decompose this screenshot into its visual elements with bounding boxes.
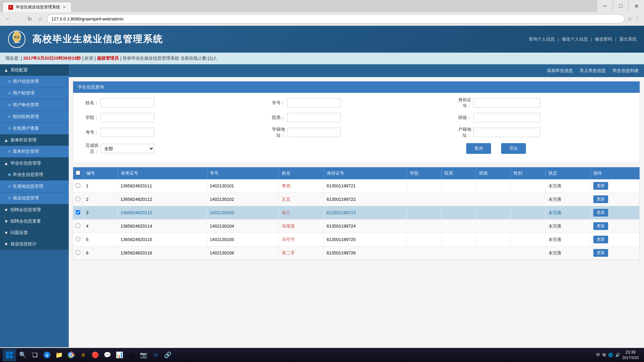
sidebar-item-online-users[interactable]: 在线用户查看 [0,123,69,134]
sidebar-section-graduate-info[interactable]: ▲ 毕业生信息管理 [0,158,69,169]
row-name[interactable]: 马瑶瑶 [279,220,324,233]
row-name[interactable]: 李四 [279,179,324,193]
row-checkbox[interactable] [76,210,80,215]
input-dept[interactable] [287,113,341,122]
row-name[interactable]: 王五 [279,193,324,206]
update-button[interactable]: 更新 [593,195,608,203]
name-link[interactable]: 宋二手 [282,250,295,255]
taskbar-app1[interactable]: ⚙ [78,350,89,360]
tray-lang[interactable]: 中 [596,352,600,358]
home-button[interactable]: ⌂ [36,15,44,23]
row-status: 未完善 [545,220,590,233]
bookmark-icon[interactable]: ☆ [627,16,632,22]
taskbar-time[interactable]: 23:39 2017/3/20 [622,350,639,360]
table-row: 2 1365824620112 1402130102 王五 6135011997… [73,193,640,206]
sidebar-item-label: 用户角色管理 [13,102,39,108]
input-student-no[interactable] [287,98,341,108]
nav-edit-personal[interactable]: 修改个人信息 [562,37,588,42]
taskbar-chrome-icon[interactable] [66,350,76,360]
update-button[interactable]: 更新 [593,222,608,230]
update-button[interactable]: 更新 [593,236,608,243]
sidebar-item-origin-mgmt[interactable]: 生源地信息管理 [0,181,69,192]
update-button[interactable]: 更新 [593,182,608,190]
select-status[interactable]: 全部 完成 未完善 [101,144,154,153]
row-checkbox[interactable] [76,183,80,188]
row-checkbox[interactable] [76,224,80,228]
name-link[interactable]: 王五 [282,197,290,202]
input-exam-no[interactable] [101,128,154,137]
sidebar-item-user-group[interactable]: 用户组管理 [0,87,69,99]
row-name[interactable]: 马三 [279,206,324,220]
taskbar-app4[interactable]: 📊 [114,350,125,360]
nav-change-password[interactable]: 修改密码 [595,37,612,42]
select-all-checkbox[interactable] [76,171,80,175]
tray-network[interactable]: 🌐 [608,353,613,357]
taskbar-ie-icon[interactable]: e [42,350,52,360]
row-checkbox[interactable] [76,237,80,241]
export-button[interactable]: 导出 [501,143,526,154]
table-body: 1 1365824620111 1402130101 李四 6135011997… [73,179,640,260]
update-button[interactable]: 更新 [593,209,608,217]
row-exam-no: 1365824620112 [118,193,207,206]
row-checkbox[interactable] [76,197,80,201]
close-button[interactable]: ✕ [629,0,644,12]
tab-favicon: 毕 [8,5,13,10]
taskbar-app2[interactable]: 🔴 [90,350,101,360]
row-checkbox[interactable] [76,250,80,255]
toolbar-student-list[interactable]: 学生信息列表 [612,68,639,74]
row-name[interactable]: 宋二手 [279,246,324,260]
input-domicile-addr[interactable] [287,128,341,137]
sidebar-item-user-role[interactable]: 用户角色管理 [0,99,69,111]
taskbar-folder-icon[interactable]: 📁 [54,350,64,360]
sidebar-item-org[interactable]: 组织机构管理 [0,111,69,123]
taskbar-word[interactable]: W [150,350,161,360]
taskbar-task-view[interactable]: ❑ [30,350,40,360]
name-link[interactable]: 马三 [282,210,290,215]
input-college[interactable] [101,113,154,122]
th-dept: 院系 [442,167,476,179]
address-input[interactable] [47,14,625,23]
sidebar-section-menu-mgmt[interactable]: ▲ 菜单栏目管理 [0,134,69,146]
sidebar-item-graduate-mgmt[interactable]: 毕业生信息管理 [0,169,69,181]
row-name[interactable]: 马可可 [279,233,324,246]
sidebar-section-feedback[interactable]: ▼ 问题反馈 [0,227,69,238]
taskbar-app3[interactable]: 💬 [102,350,113,360]
input-id-card[interactable] [473,98,540,108]
sidebar-section-job-fair-view[interactable]: ▼ 招聘会信息查看 [0,216,69,227]
nav-query-personal[interactable]: 查询个人信息 [529,37,555,42]
sidebar-item-user-management[interactable]: 用户信息管理 [0,76,69,87]
input-class[interactable] [473,113,540,122]
sidebar-item-employment-mgmt[interactable]: 就业信息管理 [0,192,69,204]
maximize-button[interactable]: □ [613,0,628,12]
sidebar-item-menu-mgmt[interactable]: 菜单栏目管理 [0,146,69,158]
status-bracket-user-close: ] [120,56,121,61]
toolbar-add-student[interactable]: 添加学生信息 [547,68,573,74]
tab-close-button[interactable]: ✕ [63,5,66,9]
taskbar-link[interactable]: 🔗 [162,350,173,360]
label-status: 完成状态： [78,142,99,155]
sidebar-section-system-config[interactable]: ▲ 系统配置 [0,64,69,76]
start-button[interactable] [3,349,16,361]
forward-button[interactable]: → [15,15,23,23]
refresh-button[interactable]: ↻ [25,15,34,23]
menu-icon[interactable]: ⋮ [635,16,640,22]
query-button[interactable]: 查询 [466,143,491,154]
input-household-addr[interactable] [473,128,540,137]
input-name[interactable] [101,98,154,108]
browser-tab[interactable]: 毕 毕业生就业信息管理系统 ✕ [3,2,71,12]
back-button[interactable]: ← [4,15,12,23]
taskbar-search-icon[interactable]: 🔍 [17,350,28,360]
name-link[interactable]: 马可可 [282,237,295,242]
taskbar-app6[interactable]: 📷 [138,350,149,360]
toolbar-import-student[interactable]: 导入学生信息 [580,68,606,74]
tray-volume[interactable]: 🔊 [615,353,620,357]
minimize-button[interactable]: ─ [597,0,612,12]
taskbar-app5[interactable]: 🗂 [126,350,137,360]
name-link[interactable]: 马瑶瑶 [282,224,295,229]
nav-logout[interactable]: 退出系统 [619,37,637,42]
sidebar-section-employment-stats[interactable]: ▼ 就业信息统计 [0,238,69,250]
sidebar-section-job-fair-mgmt[interactable]: ▼ 招聘会信息管理 [0,204,69,216]
sidebar-section-label: 毕业生信息管理 [10,160,41,166]
name-link[interactable]: 李四 [282,183,290,188]
update-button[interactable]: 更新 [593,249,608,257]
